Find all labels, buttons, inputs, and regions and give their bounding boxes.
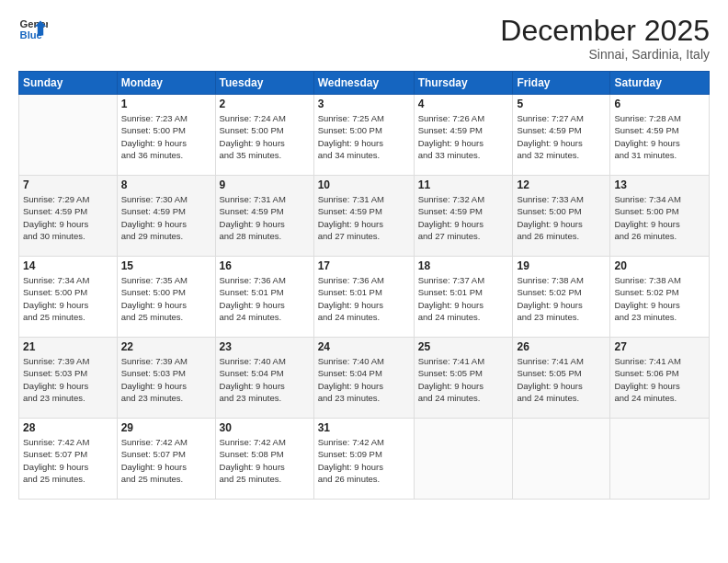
calendar-cell: 31Sunrise: 7:42 AMSunset: 5:09 PMDayligh… (313, 419, 414, 500)
calendar-cell: 27Sunrise: 7:41 AMSunset: 5:06 PMDayligh… (610, 338, 710, 419)
calendar-cell: 17Sunrise: 7:36 AMSunset: 5:01 PMDayligh… (313, 257, 414, 338)
day-number: 24 (318, 340, 410, 353)
day-number: 20 (614, 259, 705, 272)
calendar-cell: 23Sunrise: 7:40 AMSunset: 5:04 PMDayligh… (215, 338, 313, 419)
day-info: Sunrise: 7:39 AMSunset: 5:03 PMDaylight:… (121, 355, 211, 404)
calendar-cell: 28Sunrise: 7:42 AMSunset: 5:07 PMDayligh… (19, 419, 118, 500)
col-wednesday: Wednesday (313, 72, 414, 95)
day-number: 10 (318, 178, 410, 191)
day-info: Sunrise: 7:40 AMSunset: 5:04 PMDaylight:… (220, 355, 310, 404)
day-info: Sunrise: 7:28 AMSunset: 4:59 PMDaylight:… (614, 112, 705, 161)
calendar-cell: 3Sunrise: 7:25 AMSunset: 5:00 PMDaylight… (313, 95, 414, 176)
day-info: Sunrise: 7:36 AMSunset: 5:01 PMDaylight:… (318, 274, 410, 323)
day-info: Sunrise: 7:32 AMSunset: 4:59 PMDaylight:… (418, 193, 509, 242)
day-number: 22 (121, 340, 211, 353)
day-info: Sunrise: 7:27 AMSunset: 4:59 PMDaylight:… (517, 112, 606, 161)
day-info: Sunrise: 7:23 AMSunset: 5:00 PMDaylight:… (121, 112, 211, 161)
calendar-cell: 8Sunrise: 7:30 AMSunset: 4:59 PMDaylight… (117, 176, 215, 257)
calendar-cell: 2Sunrise: 7:24 AMSunset: 5:00 PMDaylight… (215, 95, 313, 176)
calendar-cell: 14Sunrise: 7:34 AMSunset: 5:00 PMDayligh… (19, 257, 118, 338)
location: Sinnai, Sardinia, Italy (500, 47, 710, 62)
calendar-week-1: 7Sunrise: 7:29 AMSunset: 4:59 PMDaylight… (19, 176, 710, 257)
day-info: Sunrise: 7:34 AMSunset: 5:00 PMDaylight:… (23, 274, 113, 323)
calendar-cell: 15Sunrise: 7:35 AMSunset: 5:00 PMDayligh… (117, 257, 215, 338)
day-number: 23 (220, 340, 310, 353)
calendar-cell: 6Sunrise: 7:28 AMSunset: 4:59 PMDaylight… (610, 95, 710, 176)
day-number: 4 (418, 98, 509, 110)
calendar-cell: 21Sunrise: 7:39 AMSunset: 5:03 PMDayligh… (19, 338, 118, 419)
calendar-cell: 29Sunrise: 7:42 AMSunset: 5:07 PMDayligh… (117, 419, 215, 500)
day-info: Sunrise: 7:40 AMSunset: 5:04 PMDaylight:… (318, 355, 410, 404)
calendar-header-row: Sunday Monday Tuesday Wednesday Thursday… (19, 72, 710, 95)
calendar-week-3: 21Sunrise: 7:39 AMSunset: 5:03 PMDayligh… (19, 338, 710, 419)
month-title: December 2025 (500, 15, 710, 47)
day-number: 15 (121, 259, 211, 272)
day-number: 11 (418, 178, 509, 191)
day-number: 7 (23, 178, 113, 191)
calendar-cell: 24Sunrise: 7:40 AMSunset: 5:04 PMDayligh… (313, 338, 414, 419)
day-info: Sunrise: 7:33 AMSunset: 5:00 PMDaylight:… (517, 193, 606, 242)
day-info: Sunrise: 7:42 AMSunset: 5:07 PMDaylight:… (23, 436, 113, 485)
calendar-cell: 12Sunrise: 7:33 AMSunset: 5:00 PMDayligh… (513, 176, 610, 257)
day-number: 30 (220, 421, 310, 434)
day-number: 26 (517, 340, 606, 353)
day-info: Sunrise: 7:25 AMSunset: 5:00 PMDaylight:… (318, 112, 410, 161)
day-info: Sunrise: 7:29 AMSunset: 4:59 PMDaylight:… (23, 193, 113, 242)
day-number: 12 (517, 178, 606, 191)
day-number: 9 (220, 178, 310, 191)
calendar-cell: 26Sunrise: 7:41 AMSunset: 5:05 PMDayligh… (513, 338, 610, 419)
day-number: 27 (614, 340, 705, 353)
day-number: 2 (220, 98, 310, 110)
day-number: 8 (121, 178, 211, 191)
day-info: Sunrise: 7:41 AMSunset: 5:05 PMDaylight:… (517, 355, 606, 404)
logo: General Blue (18, 15, 48, 44)
logo-icon: General Blue (18, 15, 48, 44)
calendar-cell: 5Sunrise: 7:27 AMSunset: 4:59 PMDaylight… (513, 95, 610, 176)
calendar-cell: 1Sunrise: 7:23 AMSunset: 5:00 PMDaylight… (117, 95, 215, 176)
calendar-cell: 30Sunrise: 7:42 AMSunset: 5:08 PMDayligh… (215, 419, 313, 500)
day-info: Sunrise: 7:35 AMSunset: 5:00 PMDaylight:… (121, 274, 211, 323)
day-number: 5 (517, 98, 606, 110)
calendar-week-0: 1Sunrise: 7:23 AMSunset: 5:00 PMDaylight… (19, 95, 710, 176)
day-info: Sunrise: 7:41 AMSunset: 5:06 PMDaylight:… (614, 355, 705, 404)
day-info: Sunrise: 7:30 AMSunset: 4:59 PMDaylight:… (121, 193, 211, 242)
day-number: 13 (614, 178, 705, 191)
day-number: 21 (23, 340, 113, 353)
col-monday: Monday (117, 72, 215, 95)
calendar-cell: 9Sunrise: 7:31 AMSunset: 4:59 PMDaylight… (215, 176, 313, 257)
calendar-cell (610, 419, 710, 500)
day-number: 3 (318, 98, 410, 110)
header: General Blue December 2025 Sinnai, Sardi… (18, 15, 710, 62)
calendar-cell: 22Sunrise: 7:39 AMSunset: 5:03 PMDayligh… (117, 338, 215, 419)
day-info: Sunrise: 7:24 AMSunset: 5:00 PMDaylight:… (220, 112, 310, 161)
calendar-cell: 25Sunrise: 7:41 AMSunset: 5:05 PMDayligh… (414, 338, 513, 419)
day-number: 1 (121, 98, 211, 110)
col-friday: Friday (513, 72, 610, 95)
day-number: 6 (614, 98, 705, 110)
calendar-cell: 18Sunrise: 7:37 AMSunset: 5:01 PMDayligh… (414, 257, 513, 338)
day-info: Sunrise: 7:41 AMSunset: 5:05 PMDaylight:… (418, 355, 509, 404)
day-info: Sunrise: 7:42 AMSunset: 5:07 PMDaylight:… (121, 436, 211, 485)
day-number: 25 (418, 340, 509, 353)
calendar-cell (414, 419, 513, 500)
day-info: Sunrise: 7:31 AMSunset: 4:59 PMDaylight:… (220, 193, 310, 242)
day-info: Sunrise: 7:42 AMSunset: 5:09 PMDaylight:… (318, 436, 410, 485)
calendar-cell (19, 95, 118, 176)
calendar-cell: 7Sunrise: 7:29 AMSunset: 4:59 PMDaylight… (19, 176, 118, 257)
page: General Blue December 2025 Sinnai, Sardi… (0, 0, 728, 563)
title-area: December 2025 Sinnai, Sardinia, Italy (500, 15, 710, 62)
calendar-cell: 16Sunrise: 7:36 AMSunset: 5:01 PMDayligh… (215, 257, 313, 338)
day-info: Sunrise: 7:38 AMSunset: 5:02 PMDaylight:… (517, 274, 606, 323)
day-number: 18 (418, 259, 509, 272)
col-tuesday: Tuesday (215, 72, 313, 95)
calendar-cell: 11Sunrise: 7:32 AMSunset: 4:59 PMDayligh… (414, 176, 513, 257)
day-number: 19 (517, 259, 606, 272)
col-thursday: Thursday (414, 72, 513, 95)
calendar-table: Sunday Monday Tuesday Wednesday Thursday… (18, 71, 710, 500)
day-info: Sunrise: 7:38 AMSunset: 5:02 PMDaylight:… (614, 274, 705, 323)
calendar-cell: 19Sunrise: 7:38 AMSunset: 5:02 PMDayligh… (513, 257, 610, 338)
day-number: 31 (318, 421, 410, 434)
day-info: Sunrise: 7:34 AMSunset: 5:00 PMDaylight:… (614, 193, 705, 242)
day-info: Sunrise: 7:42 AMSunset: 5:08 PMDaylight:… (220, 436, 310, 485)
day-number: 17 (318, 259, 410, 272)
